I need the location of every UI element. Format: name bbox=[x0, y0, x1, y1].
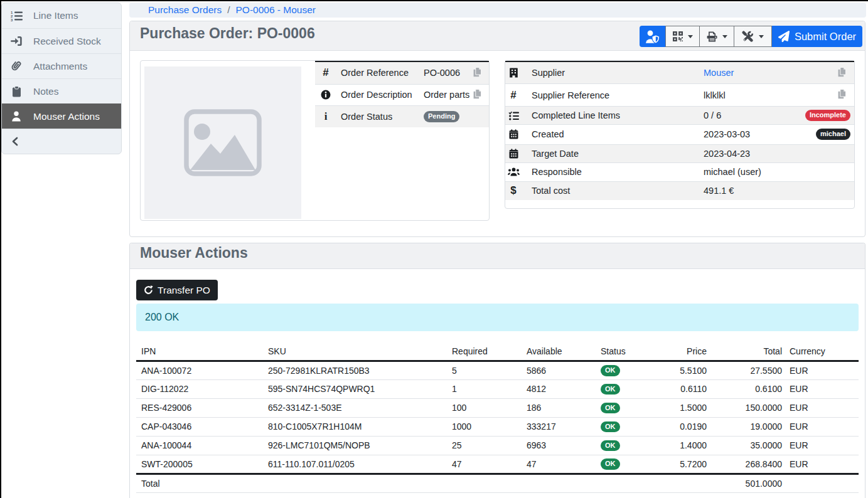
svg-text:3: 3 bbox=[11, 18, 13, 21]
